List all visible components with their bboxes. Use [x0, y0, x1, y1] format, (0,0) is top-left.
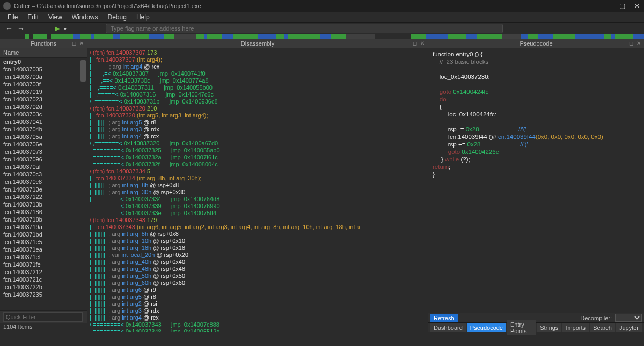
function-item[interactable]: fcn.1400370c8	[0, 178, 79, 186]
function-item[interactable]: fcn.140037096	[0, 156, 79, 163]
function-item[interactable]: fcn.14003719a	[0, 223, 79, 231]
close-panel-icon[interactable]: ✕	[78, 40, 85, 47]
function-item[interactable]: entry0	[0, 58, 79, 65]
function-item[interactable]: fcn.1400371ea	[0, 246, 79, 253]
disassembly-header: Disassembly ◻✕	[87, 39, 428, 48]
menu-edit[interactable]: Edit	[23, 12, 43, 22]
menu-debug[interactable]: Debug	[104, 12, 131, 22]
function-item[interactable]: fcn.14003722b	[0, 283, 79, 291]
refresh-button[interactable]: Refresh	[430, 314, 458, 322]
run-menu-button[interactable]: ▾	[64, 26, 67, 32]
decompiler-label: Decompiler:	[580, 315, 612, 321]
titlebar: Cutter – C:\Users\admin\source\repos\Pro…	[0, 0, 644, 12]
detach-icon[interactable]: ◻	[412, 40, 418, 47]
decompiler-select[interactable]	[615, 314, 642, 322]
function-item[interactable]: fcn.14003706e	[0, 141, 79, 148]
function-item[interactable]: fcn.14003703c	[0, 111, 79, 118]
function-item[interactable]: fcn.140037005	[0, 65, 79, 73]
tab-entry-points[interactable]: Entry Points	[507, 320, 536, 335]
tab-pseudocode[interactable]: Pseudocode	[467, 323, 506, 332]
app-icon	[3, 2, 11, 10]
function-item[interactable]: fcn.1400371ef	[0, 253, 79, 261]
functions-header: Functions ◻✕	[0, 39, 87, 48]
function-item[interactable]: fcn.1400371e5	[0, 238, 79, 246]
detach-icon[interactable]: ◻	[628, 40, 634, 47]
tab-strings[interactable]: Strings	[537, 323, 561, 332]
function-item[interactable]: fcn.14003721c	[0, 276, 79, 283]
forward-button[interactable]: →	[17, 24, 25, 33]
function-item[interactable]: fcn.14003700a	[0, 73, 79, 80]
function-list[interactable]: entry0fcn.140037005fcn.14003700afcn.1400…	[0, 58, 79, 310]
function-item[interactable]: fcn.140037122	[0, 193, 79, 201]
window-title: Cutter – C:\Users\admin\source\repos\Pro…	[14, 3, 603, 9]
function-item[interactable]: fcn.14003713b	[0, 201, 79, 208]
close-panel-icon[interactable]: ✕	[419, 40, 426, 47]
close-panel-icon[interactable]: ✕	[635, 40, 642, 47]
function-item[interactable]: fcn.14003718b	[0, 216, 79, 223]
pseudocode-header: Pseudocode ◻✕	[428, 39, 644, 48]
function-item[interactable]: fcn.140037019	[0, 88, 79, 95]
menubar: FileEditViewWindowsDebugHelp	[0, 12, 644, 23]
functions-scrollbar[interactable]	[79, 58, 87, 310]
maximize-icon[interactable]: ▢	[618, 2, 626, 10]
detach-icon[interactable]: ◻	[71, 40, 77, 47]
back-button[interactable]: ←	[5, 24, 13, 33]
menu-view[interactable]: View	[44, 12, 67, 22]
pseudocode-panel: Pseudocode ◻✕ function entry0 () { // 23…	[428, 39, 644, 332]
pseudocode-view[interactable]: function entry0 () { // 23 basic blocks …	[428, 48, 644, 313]
name-column-header[interactable]: Name	[0, 48, 87, 58]
function-item[interactable]: fcn.140037073	[0, 148, 79, 156]
function-item[interactable]: fcn.140037212	[0, 268, 79, 276]
run-button[interactable]: ▶	[55, 25, 60, 32]
function-item[interactable]: fcn.14003702d	[0, 103, 79, 111]
function-item[interactable]: fcn.14003710e	[0, 186, 79, 193]
menu-help[interactable]: Help	[132, 12, 154, 22]
function-item[interactable]: fcn.1400370c3	[0, 171, 79, 178]
tab-jupyter[interactable]: Jupyter	[616, 323, 642, 332]
close-icon[interactable]: ✕	[633, 2, 641, 10]
functions-panel: Functions ◻✕ Name entry0fcn.140037005fcn…	[0, 39, 87, 332]
function-item[interactable]: fcn.14003700f	[0, 80, 79, 88]
functions-count: 1104 Items	[0, 323, 87, 332]
function-item[interactable]: fcn.140037023	[0, 95, 79, 103]
minimize-icon[interactable]: —	[603, 2, 611, 10]
function-item[interactable]: fcn.1400371fe	[0, 261, 79, 268]
function-item[interactable]: fcn.1400371bd	[0, 231, 79, 238]
quick-filter-input[interactable]	[3, 312, 83, 322]
function-item[interactable]: fcn.140037041	[0, 118, 79, 126]
section-map[interactable]	[0, 34, 644, 39]
address-input[interactable]	[106, 24, 503, 33]
toolbar: ← → ▶ ▾	[0, 23, 644, 34]
function-item[interactable]: fcn.14003705a	[0, 133, 79, 141]
tab-dashboard[interactable]: Dashboard	[430, 323, 466, 332]
menu-file[interactable]: File	[3, 12, 22, 22]
function-item[interactable]: fcn.1400370af	[0, 163, 79, 171]
disassembly-view[interactable]: / (fcn) fcn.140037307 173| fcn.140037307…	[87, 48, 428, 332]
tab-search[interactable]: Search	[590, 323, 615, 332]
menu-windows[interactable]: Windows	[68, 12, 103, 22]
disassembly-panel: Disassembly ◻✕ / (fcn) fcn.140037307 173…	[87, 39, 428, 332]
function-item[interactable]: fcn.140037235	[0, 291, 79, 298]
function-item[interactable]: fcn.14003704b	[0, 126, 79, 133]
function-item[interactable]: fcn.140037186	[0, 208, 79, 216]
tab-imports[interactable]: Imports	[562, 323, 589, 332]
